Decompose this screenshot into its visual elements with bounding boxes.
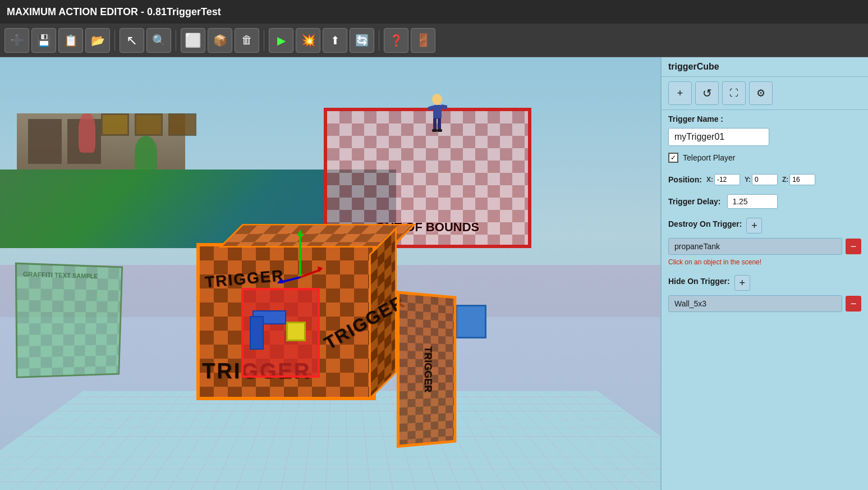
svg-rect-1 bbox=[433, 105, 442, 119]
position-x-input[interactable] bbox=[714, 174, 740, 185]
destroy-on-trigger-label: Destroy On Trigger: bbox=[668, 219, 742, 228]
svg-rect-7 bbox=[437, 129, 442, 132]
destroy-on-trigger-header-row: Destroy On Trigger: + bbox=[668, 218, 861, 233]
position-y-field: Y: bbox=[745, 174, 778, 185]
position-x-field: X: bbox=[706, 174, 740, 185]
toolbar: ➕ 💾 📋 📂 ↖ 🔍 ⬜ 📦 🗑 ▶ 💥 ⬆ 🔄 ❓ 🚪 bbox=[0, 24, 868, 57]
hide-item-wall: Wall_5x3 − bbox=[668, 295, 861, 312]
add-model-button[interactable]: 📦 bbox=[208, 28, 232, 53]
teleport-player-checkbox[interactable]: ✓ bbox=[668, 153, 678, 163]
panel-refresh-button[interactable]: ↺ bbox=[695, 81, 719, 105]
left-graffiti-box: GRAFFITI TEXT SAMPLE bbox=[15, 263, 123, 378]
destroy-item-field: propaneTank bbox=[668, 238, 842, 255]
right-panel: triggerCube + ↺ ⛶ ⚙ Trigger Name : ✓ Tel… bbox=[660, 57, 868, 490]
separator-1 bbox=[114, 30, 115, 51]
play-button[interactable]: ▶ bbox=[269, 28, 293, 53]
svg-rect-5 bbox=[438, 118, 441, 130]
app-title: MAXIMUM ACTION EDITOR - 0.81TriggerTest bbox=[7, 6, 221, 18]
open-button[interactable]: 📂 bbox=[85, 28, 110, 53]
main-area: GRAFFITI TEXT SAMPLE OUT OF BOUNDS bbox=[0, 57, 868, 490]
svg-rect-6 bbox=[432, 129, 437, 132]
svg-point-0 bbox=[432, 94, 442, 105]
save-button[interactable]: 💾 bbox=[31, 28, 56, 53]
separator-3 bbox=[264, 30, 264, 51]
panel-header: triggerCube bbox=[662, 57, 868, 77]
trigger-delay-row: Trigger Delay: bbox=[668, 194, 861, 209]
panel-fullscreen-button[interactable]: ⛶ bbox=[722, 81, 746, 105]
object-name: triggerCube bbox=[668, 62, 719, 72]
explode-button[interactable]: 💥 bbox=[296, 28, 320, 53]
zoom-button[interactable]: 🔍 bbox=[146, 28, 171, 53]
hide-add-button[interactable]: + bbox=[734, 275, 750, 291]
position-row: Position: X: Y: Z: bbox=[668, 174, 861, 185]
exit-button[interactable]: 🚪 bbox=[411, 28, 435, 53]
y-axis-label: Y: bbox=[745, 176, 751, 184]
panel-add-button[interactable]: + bbox=[668, 81, 692, 105]
add-cube-button[interactable]: ⬜ bbox=[181, 28, 205, 53]
side-trigger-panel: TRIGGER bbox=[397, 291, 456, 448]
trigger-delay-section: Trigger Delay: bbox=[662, 194, 868, 218]
hide-on-trigger-section: Hide On Trigger: + Wall_5x3 − bbox=[662, 275, 868, 320]
panel-actions: + ↺ ⛶ ⚙ bbox=[662, 77, 868, 110]
destroy-item-remove-button[interactable]: − bbox=[846, 239, 861, 254]
hide-on-trigger-label: Hide On Trigger: bbox=[668, 277, 730, 286]
position-label: Position: bbox=[668, 175, 702, 184]
viewport[interactable]: GRAFFITI TEXT SAMPLE OUT OF BOUNDS bbox=[0, 57, 660, 490]
destroy-item-propane: propaneTank − bbox=[668, 238, 861, 255]
trigger-name-input[interactable] bbox=[668, 128, 769, 146]
svg-rect-4 bbox=[433, 118, 437, 130]
position-z-field: Z: bbox=[782, 174, 815, 185]
trigger-delay-input[interactable] bbox=[727, 194, 778, 209]
delete-button[interactable]: 🗑 bbox=[235, 28, 259, 53]
teleport-player-section: ✓ Teleport Player bbox=[662, 150, 868, 174]
x-axis-label: X: bbox=[706, 176, 713, 184]
position-z-input[interactable] bbox=[789, 174, 815, 185]
trigger-name-section: Trigger Name : bbox=[662, 110, 868, 150]
select-button[interactable]: ↖ bbox=[120, 28, 144, 53]
destroy-add-button[interactable]: + bbox=[746, 218, 762, 233]
z-axis-label: Z: bbox=[782, 176, 788, 184]
separator-4 bbox=[379, 30, 379, 51]
hide-item-remove-button[interactable]: − bbox=[846, 296, 861, 312]
export-button[interactable]: ⬆ bbox=[323, 28, 347, 53]
help-button[interactable]: ❓ bbox=[384, 28, 408, 53]
teleport-player-label: Teleport Player bbox=[683, 153, 735, 162]
position-section: Position: X: Y: Z: bbox=[662, 174, 868, 194]
trigger-delay-label: Trigger Delay: bbox=[668, 197, 720, 206]
hide-on-trigger-header-row: Hide On Trigger: + bbox=[668, 275, 861, 291]
teleport-player-row: ✓ Teleport Player bbox=[668, 150, 861, 165]
titlebar: MAXIMUM ACTION EDITOR - 0.81TriggerTest bbox=[0, 0, 868, 24]
panel-settings-button[interactable]: ⚙ bbox=[749, 81, 773, 105]
save-as-button[interactable]: 📋 bbox=[58, 28, 83, 53]
separator-2 bbox=[176, 30, 176, 51]
position-y-input[interactable] bbox=[752, 174, 778, 185]
trigger-name-label: Trigger Name : bbox=[668, 115, 723, 123]
hide-item-field: Wall_5x3 bbox=[668, 295, 842, 312]
new-button[interactable]: ➕ bbox=[4, 28, 29, 53]
refresh-button[interactable]: 🔄 bbox=[350, 28, 374, 53]
scene-person bbox=[428, 94, 447, 141]
destroy-on-trigger-section: Destroy On Trigger: + propaneTank − Clic… bbox=[662, 218, 868, 275]
trigger-name-row: Trigger Name : bbox=[668, 115, 861, 123]
grid-floor bbox=[0, 391, 660, 490]
destroy-hint-text: Click on an object in the scene! bbox=[668, 258, 861, 266]
